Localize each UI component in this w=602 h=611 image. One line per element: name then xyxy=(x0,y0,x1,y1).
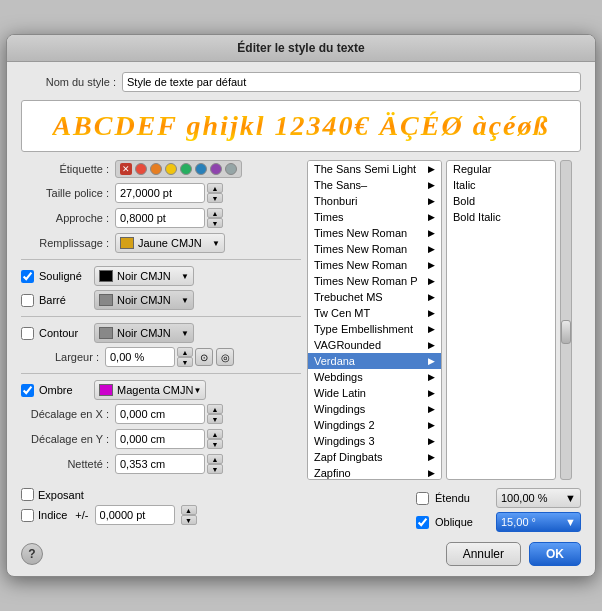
barre-dropdown[interactable]: Noir CMJN ▼ xyxy=(94,290,194,310)
largeur-stepper[interactable]: ▲ ▼ xyxy=(177,347,193,367)
souligne-arrow: ▼ xyxy=(181,272,189,281)
largeur-up[interactable]: ▲ xyxy=(177,347,193,357)
ombre-swatch xyxy=(99,384,113,396)
ombre-checkbox[interactable] xyxy=(21,384,34,397)
taille-stepper[interactable]: ▲ ▼ xyxy=(207,183,223,203)
font-list-item[interactable]: Webdings▶ xyxy=(308,369,441,385)
dot-purple[interactable] xyxy=(210,163,222,175)
decalage-y-input[interactable] xyxy=(115,429,205,449)
pt-up[interactable]: ▲ xyxy=(181,505,197,515)
font-list-item[interactable]: Wingdings 3▶ xyxy=(308,433,441,449)
etiquette-dots: ✕ xyxy=(115,160,242,178)
font-list-item[interactable]: Times New Roman P▶ xyxy=(308,273,441,289)
nettete-stepper[interactable]: ▲ ▼ xyxy=(207,454,223,474)
decalage-x-stepper[interactable]: ▲ ▼ xyxy=(207,404,223,424)
souligne-checkbox[interactable] xyxy=(21,270,34,283)
exposant-label: Exposant xyxy=(38,489,84,501)
dot-green[interactable] xyxy=(180,163,192,175)
pt-down[interactable]: ▼ xyxy=(181,515,197,525)
indice-checkbox[interactable] xyxy=(21,509,34,522)
font-list-item[interactable]: Verdana▶ xyxy=(308,353,441,369)
decalage-x-input[interactable] xyxy=(115,404,205,424)
font-list-item[interactable]: Thonburi▶ xyxy=(308,193,441,209)
largeur-input[interactable] xyxy=(105,347,175,367)
cancel-button[interactable]: Annuler xyxy=(446,542,521,566)
largeur-icon2[interactable]: ◎ xyxy=(216,348,234,366)
largeur-icon1[interactable]: ⊙ xyxy=(195,348,213,366)
contour-arrow: ▼ xyxy=(181,329,189,338)
remplissage-arrow: ▼ xyxy=(212,239,220,248)
preview-text: ABCDEF ghijkl 12340€ ÄÇÉØ àçéøß xyxy=(52,110,549,142)
taille-up[interactable]: ▲ xyxy=(207,183,223,193)
approche-up[interactable]: ▲ xyxy=(207,208,223,218)
scrollbar-track[interactable] xyxy=(560,160,572,480)
font-list-item[interactable]: Times New Roman▶ xyxy=(308,225,441,241)
approche-input[interactable] xyxy=(115,208,205,228)
dialog: Éditer le style du texte Nom du style : … xyxy=(6,34,596,577)
help-button[interactable]: ? xyxy=(21,543,43,565)
style-list-item[interactable]: Bold xyxy=(447,193,555,209)
font-list-item[interactable]: Times▶ xyxy=(308,209,441,225)
font-list-item[interactable]: Zapf Dingbats▶ xyxy=(308,449,441,465)
dot-red[interactable] xyxy=(135,163,147,175)
font-list-item[interactable]: Type Embellishment▶ xyxy=(308,321,441,337)
font-list: The Sans Semi Light▶The Sans–▶Thonburi▶T… xyxy=(307,160,442,480)
decalage-y-up[interactable]: ▲ xyxy=(207,429,223,439)
taille-down[interactable]: ▼ xyxy=(207,193,223,203)
decalage-y-down[interactable]: ▼ xyxy=(207,439,223,449)
decalage-y-stepper[interactable]: ▲ ▼ xyxy=(207,429,223,449)
etendu-checkbox[interactable] xyxy=(416,492,429,505)
style-list-item[interactable]: Regular xyxy=(447,161,555,177)
exposant-checkbox[interactable] xyxy=(21,488,34,501)
etiquette-x-btn[interactable]: ✕ xyxy=(120,163,132,175)
dot-gray[interactable] xyxy=(225,163,237,175)
ombre-arrow: ▼ xyxy=(193,386,201,395)
scrollbar-thumb[interactable] xyxy=(561,320,571,344)
oblique-checkbox[interactable] xyxy=(416,516,429,529)
barre-checkbox[interactable] xyxy=(21,294,34,307)
pt-input[interactable] xyxy=(95,505,175,525)
dot-yellow[interactable] xyxy=(165,163,177,175)
souligne-dropdown[interactable]: Noir CMJN ▼ xyxy=(94,266,194,286)
decalage-x-up[interactable]: ▲ xyxy=(207,404,223,414)
nettete-input[interactable] xyxy=(115,454,205,474)
contour-label: Contour xyxy=(39,327,94,339)
font-list-item[interactable]: VAGRounded▶ xyxy=(308,337,441,353)
nettete-up[interactable]: ▲ xyxy=(207,454,223,464)
barre-arrow: ▼ xyxy=(181,296,189,305)
dot-orange[interactable] xyxy=(150,163,162,175)
nettete-down[interactable]: ▼ xyxy=(207,464,223,474)
font-list-item[interactable]: Zapfino▶ xyxy=(308,465,441,480)
dot-blue[interactable] xyxy=(195,163,207,175)
approche-stepper[interactable]: ▲ ▼ xyxy=(207,208,223,228)
contour-dropdown[interactable]: Noir CMJN ▼ xyxy=(94,323,194,343)
font-list-item[interactable]: Trebuchet MS▶ xyxy=(308,289,441,305)
taille-input[interactable] xyxy=(115,183,205,203)
contour-text: Noir CMJN xyxy=(117,327,171,339)
font-list-item[interactable]: The Sans–▶ xyxy=(308,177,441,193)
remplissage-dropdown[interactable]: Jaune CMJN ▼ xyxy=(115,233,225,253)
etendu-dropdown[interactable]: 100,00 % ▼ xyxy=(496,488,581,508)
font-list-item[interactable]: Wingdings 2▶ xyxy=(308,417,441,433)
decalage-x-down[interactable]: ▼ xyxy=(207,414,223,424)
style-list-item[interactable]: Italic xyxy=(447,177,555,193)
font-list-item[interactable]: The Sans Semi Light▶ xyxy=(308,161,441,177)
ombre-label: Ombre xyxy=(39,384,94,396)
style-list-item[interactable]: Bold Italic xyxy=(447,209,555,225)
font-list-item[interactable]: Wingdings▶ xyxy=(308,401,441,417)
oblique-dropdown[interactable]: 15,00 ° ▼ xyxy=(496,512,581,532)
font-list-item[interactable]: Tw Cen MT▶ xyxy=(308,305,441,321)
largeur-label: Largeur : xyxy=(29,351,99,363)
largeur-down[interactable]: ▼ xyxy=(177,357,193,367)
ombre-dropdown[interactable]: Magenta CMJN ▼ xyxy=(94,380,206,400)
remplissage-label: Remplissage : xyxy=(21,237,109,249)
approche-down[interactable]: ▼ xyxy=(207,218,223,228)
font-list-item[interactable]: Times New Roman▶ xyxy=(308,241,441,257)
font-list-item[interactable]: Wide Latin▶ xyxy=(308,385,441,401)
font-list-item[interactable]: Times New Roman▶ xyxy=(308,257,441,273)
style-name-input[interactable] xyxy=(122,72,581,92)
etendu-value: 100,00 % xyxy=(501,492,547,504)
contour-checkbox[interactable] xyxy=(21,327,34,340)
ok-button[interactable]: OK xyxy=(529,542,581,566)
pt-stepper[interactable]: ▲ ▼ xyxy=(181,505,197,525)
